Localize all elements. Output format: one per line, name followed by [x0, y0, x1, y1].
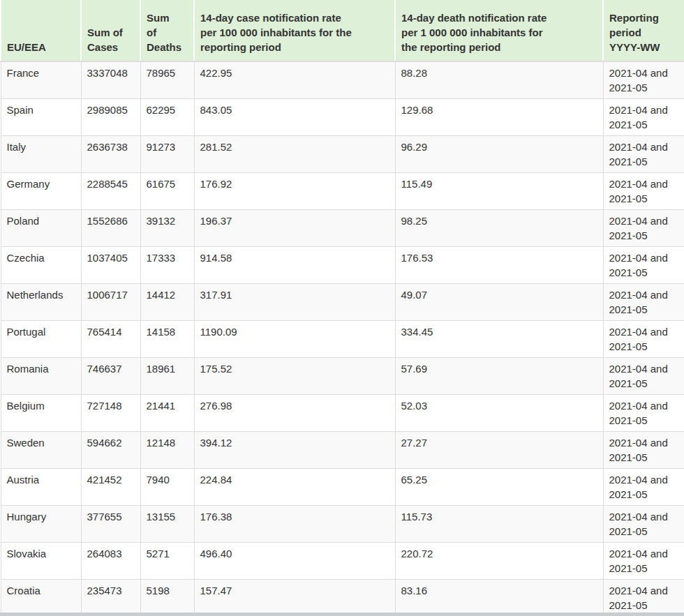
table-row: Belgium 727148 21441 276.98 52.03 2021-0… [1, 395, 684, 432]
case-rate-cell: 224.84 [194, 469, 395, 506]
table-row: Portugal 765414 14158 1190.09 334.45 202… [1, 321, 684, 358]
case-rate-cell: 496.40 [194, 543, 395, 580]
case-rate-cell: 196.37 [194, 210, 395, 247]
case-rate-cell: 422.95 [194, 61, 395, 99]
country-cell: Hungary [1, 506, 81, 543]
country-cell: Germany [1, 173, 81, 210]
period-cell: 2021-04 and 2021-05 [603, 61, 684, 99]
case-rate-cell: 175.52 [194, 358, 395, 395]
country-cell: Italy [1, 136, 81, 173]
deaths-cell: 5198 [140, 580, 194, 616]
country-cell: Poland [1, 210, 81, 247]
deaths-cell: 17333 [140, 247, 194, 284]
period-cell: 2021-04 and 2021-05 [603, 247, 684, 284]
deaths-cell: 13155 [140, 506, 194, 543]
cases-cell: 765414 [81, 321, 140, 358]
period-cell: 2021-04 and 2021-05 [603, 543, 684, 580]
page-viewport: EU/EEASum of CasesSum of Deaths14-day ca… [0, 0, 684, 616]
period-cell: 2021-04 and 2021-05 [603, 432, 684, 469]
cases-cell: 3337048 [81, 61, 140, 99]
period-cell: 2021-04 and 2021-05 [603, 210, 684, 247]
case-rate-cell: 1190.09 [194, 321, 395, 358]
period-cell: 2021-04 and 2021-05 [603, 469, 684, 506]
horizontal-scrollbar[interactable] [0, 613, 684, 616]
deaths-cell: 21441 [140, 395, 194, 432]
country-cell: Belgium [1, 395, 81, 432]
cases-cell: 421452 [81, 469, 140, 506]
period-cell: 2021-04 and 2021-05 [603, 395, 684, 432]
column-header: Reporting period YYYY-WW [603, 0, 684, 61]
cases-cell: 1552686 [81, 210, 140, 247]
deaths-cell: 14158 [140, 321, 194, 358]
death-rate-cell: 57.69 [395, 358, 603, 395]
table-row: Italy 2636738 91273 281.52 96.29 2021-04… [1, 136, 684, 173]
covid-statistics-table: EU/EEASum of CasesSum of Deaths14-day ca… [0, 0, 684, 616]
cases-cell: 377655 [81, 506, 140, 543]
deaths-cell: 12148 [140, 432, 194, 469]
death-rate-cell: 96.29 [395, 136, 603, 173]
deaths-cell: 91273 [140, 136, 194, 173]
death-rate-cell: 27.27 [395, 432, 603, 469]
case-rate-cell: 914.58 [194, 247, 395, 284]
cases-cell: 746637 [81, 358, 140, 395]
death-rate-cell: 176.53 [395, 247, 603, 284]
table-row: Netherlands 1006717 14412 317.91 49.07 2… [1, 284, 684, 321]
period-cell: 2021-04 and 2021-05 [603, 99, 684, 136]
cases-cell: 1037405 [81, 247, 140, 284]
case-rate-cell: 281.52 [194, 136, 395, 173]
case-rate-cell: 394.12 [194, 432, 395, 469]
cases-cell: 264083 [81, 543, 140, 580]
death-rate-cell: 83.16 [395, 580, 603, 616]
cases-cell: 727148 [81, 395, 140, 432]
deaths-cell: 5271 [140, 543, 194, 580]
death-rate-cell: 65.25 [395, 469, 603, 506]
deaths-cell: 18961 [140, 358, 194, 395]
table-row: Sweden 594662 12148 394.12 27.27 2021-04… [1, 432, 684, 469]
table-row: France 3337048 78965 422.95 88.28 2021-0… [1, 61, 684, 99]
table-row: Poland 1552686 39132 196.37 98.25 2021-0… [1, 210, 684, 247]
case-rate-cell: 317.91 [194, 284, 395, 321]
case-rate-cell: 176.38 [194, 506, 395, 543]
table-header-row: EU/EEASum of CasesSum of Deaths14-day ca… [1, 0, 684, 61]
cases-cell: 1006717 [81, 284, 140, 321]
deaths-cell: 7940 [140, 469, 194, 506]
country-cell: Romania [1, 358, 81, 395]
death-rate-cell: 334.45 [395, 321, 603, 358]
column-header: Sum of Deaths [140, 0, 194, 61]
table-row: Spain 2989085 62295 843.05 129.68 2021-0… [1, 99, 684, 136]
period-cell: 2021-04 and 2021-05 [603, 173, 684, 210]
table-row: Slovakia 264083 5271 496.40 220.72 2021-… [1, 543, 684, 580]
deaths-cell: 78965 [140, 61, 194, 99]
table-row: Germany 2288545 61675 176.92 115.49 2021… [1, 173, 684, 210]
table-row: Hungary 377655 13155 176.38 115.73 2021-… [1, 506, 684, 543]
period-cell: 2021-04 and 2021-05 [603, 321, 684, 358]
country-cell: Sweden [1, 432, 81, 469]
country-cell: Slovakia [1, 543, 81, 580]
deaths-cell: 61675 [140, 173, 194, 210]
period-cell: 2021-04 and 2021-05 [603, 506, 684, 543]
cases-cell: 594662 [81, 432, 140, 469]
column-header: 14-day case notification rate per 100 00… [194, 0, 395, 61]
deaths-cell: 62295 [140, 99, 194, 136]
column-header: 14-day death notification rate per 1 000… [395, 0, 603, 61]
cases-cell: 2288545 [81, 173, 140, 210]
table-header: EU/EEASum of CasesSum of Deaths14-day ca… [1, 0, 684, 61]
death-rate-cell: 129.68 [395, 99, 603, 136]
death-rate-cell: 220.72 [395, 543, 603, 580]
country-cell: Spain [1, 99, 81, 136]
country-cell: France [1, 61, 81, 99]
column-header: EU/EEA [1, 0, 81, 61]
country-cell: Croatia [1, 580, 81, 616]
case-rate-cell: 843.05 [194, 99, 395, 136]
case-rate-cell: 276.98 [194, 395, 395, 432]
table-row: Austria 421452 7940 224.84 65.25 2021-04… [1, 469, 684, 506]
column-header: Sum of Cases [81, 0, 140, 61]
cases-cell: 2989085 [81, 99, 140, 136]
deaths-cell: 39132 [140, 210, 194, 247]
period-cell: 2021-04 and 2021-05 [603, 358, 684, 395]
cases-cell: 235473 [81, 580, 140, 616]
case-rate-cell: 176.92 [194, 173, 395, 210]
table-row: Romania 746637 18961 175.52 57.69 2021-0… [1, 358, 684, 395]
case-rate-cell: 157.47 [194, 580, 395, 616]
death-rate-cell: 115.49 [395, 173, 603, 210]
